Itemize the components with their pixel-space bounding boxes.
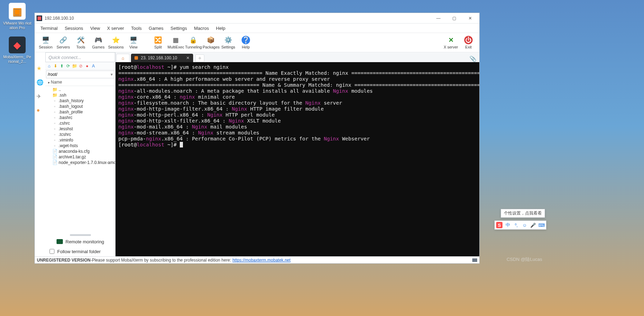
work-area: ★ 🌐 ✈ ● Quick connect... ⌂ ⬇ ⬆ ⟳ 📁 ⊘ ● A… xyxy=(35,52,479,256)
ime-logo-icon[interactable]: S xyxy=(496,222,502,228)
tab-home[interactable]: ⌂ xyxy=(116,54,130,62)
terminal-area: ⌂ 23. 192.168.100.10 ✕ ✧ 📎 [root@localho… xyxy=(116,52,479,256)
tool-tools[interactable]: 🛠️Tools xyxy=(72,35,90,50)
file-name: .ssh xyxy=(59,93,66,98)
tool-exit[interactable]: ⏻Exit xyxy=(460,35,477,50)
tool-split[interactable]: 🔀Split xyxy=(149,35,167,50)
home-icon: ⌂ xyxy=(121,56,124,61)
file-icon: ▫ xyxy=(52,115,57,120)
menu-view[interactable]: View xyxy=(87,24,104,32)
file-node[interactable]: ▫.cshrc xyxy=(45,120,115,126)
tab-add[interactable]: ✧ xyxy=(195,54,204,62)
tab-label: 23. 192.168.100.10 xyxy=(141,55,177,60)
file-node[interactable]: 📁.. xyxy=(45,87,115,92)
tool-servers[interactable]: 🔗Servers xyxy=(54,35,72,50)
ime-tooltip[interactable]: 个性设置，点我看看 xyxy=(501,209,545,218)
file-node[interactable]: ▫.bashrc xyxy=(45,115,115,120)
file-node[interactable]: 📁.ssh xyxy=(45,92,115,98)
file-name: .tcshrc xyxy=(59,132,71,137)
stop-icon[interactable]: ● xyxy=(85,64,90,68)
tool-view[interactable]: 🖥️View xyxy=(125,35,142,50)
globe-icon[interactable]: 🌐 xyxy=(37,79,44,86)
file-node[interactable]: ▫.viminfo xyxy=(45,137,115,143)
tool-games[interactable]: 🎮Games xyxy=(90,35,107,50)
tree-header[interactable]: Name xyxy=(45,79,115,86)
tool-tunneling[interactable]: 🔒Tunneling xyxy=(184,35,202,50)
ime-punct-button[interactable]: ⁰, xyxy=(513,222,519,228)
menu-xserver[interactable]: X server xyxy=(104,24,127,32)
multiexec-icon: ▦ xyxy=(171,36,180,44)
desktop-icon-mobaxterm[interactable]: ◆ MobaXterm_ Personal_2... xyxy=(1,35,33,65)
file-node[interactable]: ▫.lesshst xyxy=(45,126,115,132)
follow-terminal-checkbox[interactable] xyxy=(50,249,54,254)
tab-close-icon[interactable]: ✕ xyxy=(186,55,190,60)
tool-multiexec[interactable]: ▦MultiExec xyxy=(167,35,184,50)
remote-monitoring[interactable]: Remote monitoring xyxy=(45,237,115,246)
status-corner-icon[interactable] xyxy=(472,258,477,262)
splitter-handle[interactable] xyxy=(45,233,115,237)
maximize-button[interactable]: ▢ xyxy=(446,13,462,23)
star-icon[interactable]: ★ xyxy=(37,65,44,72)
tab-bar: ⌂ 23. 192.168.100.10 ✕ ✧ 📎 xyxy=(116,52,479,62)
tool-sessions[interactable]: ⭐Sessions xyxy=(107,35,125,50)
ime-lang-button[interactable]: 中 xyxy=(505,222,511,228)
menu-sessions[interactable]: Sessions xyxy=(61,24,87,32)
file-node[interactable]: 📄archive1.tar.gz xyxy=(45,154,115,160)
download-icon[interactable]: ⬇ xyxy=(53,64,58,68)
minimize-button[interactable]: — xyxy=(431,13,446,23)
file-name: .. xyxy=(59,87,61,92)
ime-voice-button[interactable]: 🎤 xyxy=(530,222,536,228)
file-node[interactable]: 📄anaconda-ks.cfg xyxy=(45,149,115,154)
file-name: .viminfo xyxy=(59,138,73,143)
menu-tools[interactable]: Tools xyxy=(127,24,145,32)
file-icon: 📄 xyxy=(52,160,57,165)
games-icon: 🎮 xyxy=(94,36,103,44)
file-node[interactable]: ▫.wget-hsts xyxy=(45,143,115,149)
text-icon[interactable]: A xyxy=(91,64,96,68)
send-icon[interactable]: ✈ xyxy=(37,93,44,100)
file-node[interactable]: ▫.bash_history xyxy=(45,98,115,104)
status-bar: UNREGISTERED VERSION - Please support Mo… xyxy=(35,256,479,263)
path-field[interactable]: ▾ xyxy=(46,71,114,78)
file-icon: ▫ xyxy=(52,138,57,143)
file-icon: ▫ xyxy=(52,121,57,126)
tool-xserver[interactable]: ✕X server xyxy=(442,35,460,50)
file-icon: ▫ xyxy=(52,110,57,114)
menu-settings[interactable]: Settings xyxy=(167,24,191,32)
menubar: Terminal Sessions View X server Tools Ga… xyxy=(35,24,479,33)
tool-settings[interactable]: ⚙️Settings xyxy=(219,35,237,50)
menu-terminal[interactable]: Terminal xyxy=(37,24,61,32)
tool-help[interactable]: ❔Help xyxy=(237,35,255,50)
tool-packages[interactable]: 📦Packages xyxy=(202,35,219,50)
file-node[interactable]: ▫.bash_profile xyxy=(45,109,115,115)
ime-emoji-button[interactable]: ☺ xyxy=(521,222,528,228)
star-icon: ⭐ xyxy=(112,36,120,44)
tab-session[interactable]: 23. 192.168.100.10 ✕ xyxy=(131,54,193,62)
close-button[interactable]: ✕ xyxy=(462,13,478,23)
desktop-icon-vmware[interactable]: ▣ VMware Wo rkstation Pro xyxy=(1,1,33,32)
status-link[interactable]: https://mobaxterm.mobatek.net xyxy=(232,258,290,263)
terminal-output[interactable]: [root@localhost ~]# yum search nginx ===… xyxy=(116,62,479,256)
quick-connect-input[interactable]: Quick connect... xyxy=(45,52,115,62)
tool-session[interactable]: 🖥️Session xyxy=(37,35,54,50)
paperclip-icon[interactable]: 📎 xyxy=(469,55,477,62)
menu-macros[interactable]: Macros xyxy=(190,24,212,32)
file-node[interactable]: ▫.tcshrc xyxy=(45,132,115,137)
ime-keyboard-button[interactable]: ⌨ xyxy=(538,222,545,228)
menu-games[interactable]: Games xyxy=(145,24,167,32)
titlebar: 192.168.100.10 — ▢ ✕ xyxy=(35,13,479,24)
delete-icon[interactable]: ⊘ xyxy=(78,64,83,68)
circle-icon[interactable]: ● xyxy=(37,107,44,114)
watermark: CSDN @陆Lucas xyxy=(507,256,542,263)
menu-help[interactable]: Help xyxy=(212,24,229,32)
path-dropdown-icon[interactable]: ▾ xyxy=(111,72,113,77)
session-icon: 🖥️ xyxy=(41,36,50,44)
file-node[interactable]: ▫.bash_logout xyxy=(45,104,115,109)
upload-icon[interactable]: ⬆ xyxy=(59,64,64,68)
file-tree[interactable]: 📁..📁.ssh▫.bash_history▫.bash_logout▫.bas… xyxy=(45,86,115,233)
file-node[interactable]: 📄node_exporter-1.7.0.linux-amd6 xyxy=(45,160,115,165)
newfolder-icon[interactable]: 📁 xyxy=(72,64,77,68)
home-icon[interactable]: ⌂ xyxy=(47,64,52,68)
path-input[interactable] xyxy=(48,72,111,77)
refresh-icon[interactable]: ⟳ xyxy=(66,64,71,68)
